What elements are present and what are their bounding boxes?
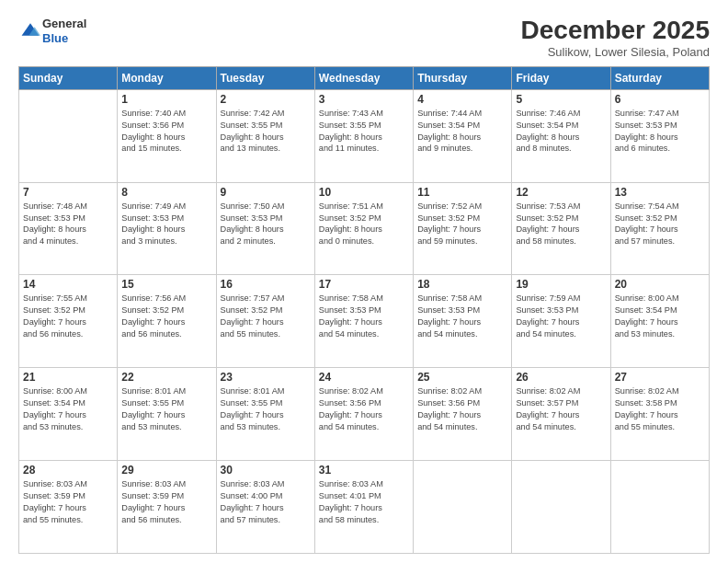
day-number: 28 <box>23 464 113 477</box>
calendar-cell: 8Sunrise: 7:49 AM Sunset: 3:53 PM Daylig… <box>118 182 216 275</box>
day-number: 21 <box>23 371 113 384</box>
calendar-table: SundayMondayTuesdayWednesdayThursdayFrid… <box>18 66 710 554</box>
day-number: 9 <box>221 186 311 199</box>
calendar-cell: 6Sunrise: 7:47 AM Sunset: 3:53 PM Daylig… <box>610 89 709 182</box>
day-number: 6 <box>615 93 705 106</box>
day-number: 16 <box>221 278 311 291</box>
day-info: Sunrise: 7:50 AM Sunset: 3:53 PM Dayligh… <box>221 201 311 248</box>
calendar-cell: 25Sunrise: 8:02 AM Sunset: 3:56 PM Dayli… <box>414 368 512 461</box>
day-number: 13 <box>615 186 705 199</box>
day-info: Sunrise: 7:48 AM Sunset: 3:53 PM Dayligh… <box>23 201 113 248</box>
day-number: 22 <box>121 371 211 384</box>
day-number: 14 <box>23 278 113 291</box>
day-info: Sunrise: 7:53 AM Sunset: 3:52 PM Dayligh… <box>516 201 606 248</box>
calendar-cell: 28Sunrise: 8:03 AM Sunset: 3:59 PM Dayli… <box>19 461 118 554</box>
calendar-cell: 13Sunrise: 7:54 AM Sunset: 3:52 PM Dayli… <box>610 182 709 275</box>
day-info: Sunrise: 7:49 AM Sunset: 3:53 PM Dayligh… <box>121 201 211 248</box>
calendar-header-thursday: Thursday <box>414 66 512 89</box>
calendar-cell: 9Sunrise: 7:50 AM Sunset: 3:53 PM Daylig… <box>216 182 314 275</box>
calendar-cell <box>512 461 610 554</box>
calendar-header-friday: Friday <box>512 66 610 89</box>
calendar-week-row: 14Sunrise: 7:55 AM Sunset: 3:52 PM Dayli… <box>19 275 710 368</box>
calendar-cell: 29Sunrise: 8:03 AM Sunset: 3:59 PM Dayli… <box>118 461 216 554</box>
logo-text: General Blue <box>42 17 86 45</box>
calendar-cell: 22Sunrise: 8:01 AM Sunset: 3:55 PM Dayli… <box>118 368 216 461</box>
calendar-cell: 24Sunrise: 8:02 AM Sunset: 3:56 PM Dayli… <box>314 368 413 461</box>
day-number: 19 <box>516 278 606 291</box>
day-number: 11 <box>417 186 507 199</box>
day-number: 31 <box>319 464 409 477</box>
day-number: 3 <box>319 93 409 106</box>
day-number: 8 <box>121 186 211 199</box>
calendar-week-row: 28Sunrise: 8:03 AM Sunset: 3:59 PM Dayli… <box>19 461 710 554</box>
calendar-cell: 11Sunrise: 7:52 AM Sunset: 3:52 PM Dayli… <box>414 182 512 275</box>
day-info: Sunrise: 7:55 AM Sunset: 3:52 PM Dayligh… <box>23 293 113 340</box>
calendar-header-monday: Monday <box>118 66 216 89</box>
calendar-cell: 18Sunrise: 7:58 AM Sunset: 3:53 PM Dayli… <box>414 275 512 368</box>
calendar-cell: 5Sunrise: 7:46 AM Sunset: 3:54 PM Daylig… <box>512 89 610 182</box>
calendar-page: General Blue December 2025 Sulikow, Lowe… <box>0 0 728 563</box>
day-number: 29 <box>121 464 211 477</box>
calendar-cell <box>414 461 512 554</box>
day-info: Sunrise: 7:52 AM Sunset: 3:52 PM Dayligh… <box>417 201 507 248</box>
day-number: 20 <box>615 278 705 291</box>
logo: General Blue <box>18 17 86 45</box>
day-number: 27 <box>615 371 705 384</box>
calendar-cell: 1Sunrise: 7:40 AM Sunset: 3:56 PM Daylig… <box>118 89 216 182</box>
day-info: Sunrise: 7:43 AM Sunset: 3:55 PM Dayligh… <box>319 108 409 155</box>
title-block: December 2025 Sulikow, Lower Silesia, Po… <box>521 17 710 59</box>
day-number: 5 <box>516 93 606 106</box>
day-number: 1 <box>121 93 211 106</box>
calendar-cell: 27Sunrise: 8:02 AM Sunset: 3:58 PM Dayli… <box>610 368 709 461</box>
calendar-cell: 4Sunrise: 7:44 AM Sunset: 3:54 PM Daylig… <box>414 89 512 182</box>
day-info: Sunrise: 8:03 AM Sunset: 3:59 PM Dayligh… <box>23 478 113 526</box>
calendar-cell: 16Sunrise: 7:57 AM Sunset: 3:52 PM Dayli… <box>216 275 314 368</box>
day-info: Sunrise: 7:58 AM Sunset: 3:53 PM Dayligh… <box>319 293 409 340</box>
logo-general: General <box>42 17 86 31</box>
calendar-week-row: 1Sunrise: 7:40 AM Sunset: 3:56 PM Daylig… <box>19 89 710 182</box>
calendar-cell: 20Sunrise: 8:00 AM Sunset: 3:54 PM Dayli… <box>610 275 709 368</box>
calendar-header-row: SundayMondayTuesdayWednesdayThursdayFrid… <box>19 66 710 89</box>
day-info: Sunrise: 8:02 AM Sunset: 3:56 PM Dayligh… <box>417 385 507 433</box>
day-info: Sunrise: 8:00 AM Sunset: 3:54 PM Dayligh… <box>615 293 705 340</box>
day-info: Sunrise: 7:46 AM Sunset: 3:54 PM Dayligh… <box>516 108 606 155</box>
day-info: Sunrise: 7:42 AM Sunset: 3:55 PM Dayligh… <box>221 108 311 155</box>
calendar-cell: 7Sunrise: 7:48 AM Sunset: 3:53 PM Daylig… <box>19 182 118 275</box>
calendar-cell <box>610 461 709 554</box>
day-info: Sunrise: 8:03 AM Sunset: 3:59 PM Dayligh… <box>121 478 211 526</box>
day-number: 15 <box>121 278 211 291</box>
calendar-cell: 30Sunrise: 8:03 AM Sunset: 4:00 PM Dayli… <box>216 461 314 554</box>
calendar-cell: 15Sunrise: 7:56 AM Sunset: 3:52 PM Dayli… <box>118 275 216 368</box>
calendar-week-row: 21Sunrise: 8:00 AM Sunset: 3:54 PM Dayli… <box>19 368 710 461</box>
header: General Blue December 2025 Sulikow, Lowe… <box>18 17 710 59</box>
calendar-cell: 21Sunrise: 8:00 AM Sunset: 3:54 PM Dayli… <box>19 368 118 461</box>
day-info: Sunrise: 8:03 AM Sunset: 4:00 PM Dayligh… <box>221 478 311 526</box>
calendar-cell: 12Sunrise: 7:53 AM Sunset: 3:52 PM Dayli… <box>512 182 610 275</box>
day-number: 2 <box>221 93 311 106</box>
day-number: 25 <box>417 371 507 384</box>
calendar-header-tuesday: Tuesday <box>216 66 314 89</box>
day-number: 12 <box>516 186 606 199</box>
day-number: 23 <box>221 371 311 384</box>
day-number: 24 <box>319 371 409 384</box>
day-info: Sunrise: 7:51 AM Sunset: 3:52 PM Dayligh… <box>319 201 409 248</box>
calendar-header-saturday: Saturday <box>610 66 709 89</box>
calendar-cell: 2Sunrise: 7:42 AM Sunset: 3:55 PM Daylig… <box>216 89 314 182</box>
location: Sulikow, Lower Silesia, Poland <box>521 45 710 59</box>
day-info: Sunrise: 8:02 AM Sunset: 3:57 PM Dayligh… <box>516 385 606 433</box>
logo-icon <box>20 21 40 41</box>
logo-blue: Blue <box>42 31 86 46</box>
calendar-header-sunday: Sunday <box>19 66 118 89</box>
day-info: Sunrise: 7:56 AM Sunset: 3:52 PM Dayligh… <box>121 293 211 340</box>
day-info: Sunrise: 8:02 AM Sunset: 3:56 PM Dayligh… <box>319 385 409 433</box>
calendar-cell: 3Sunrise: 7:43 AM Sunset: 3:55 PM Daylig… <box>314 89 413 182</box>
day-number: 18 <box>417 278 507 291</box>
calendar-cell: 10Sunrise: 7:51 AM Sunset: 3:52 PM Dayli… <box>314 182 413 275</box>
calendar-week-row: 7Sunrise: 7:48 AM Sunset: 3:53 PM Daylig… <box>19 182 710 275</box>
calendar-header-wednesday: Wednesday <box>314 66 413 89</box>
day-info: Sunrise: 7:44 AM Sunset: 3:54 PM Dayligh… <box>417 108 507 155</box>
day-info: Sunrise: 8:00 AM Sunset: 3:54 PM Dayligh… <box>23 385 113 433</box>
day-number: 10 <box>319 186 409 199</box>
day-number: 30 <box>221 464 311 477</box>
day-number: 4 <box>417 93 507 106</box>
